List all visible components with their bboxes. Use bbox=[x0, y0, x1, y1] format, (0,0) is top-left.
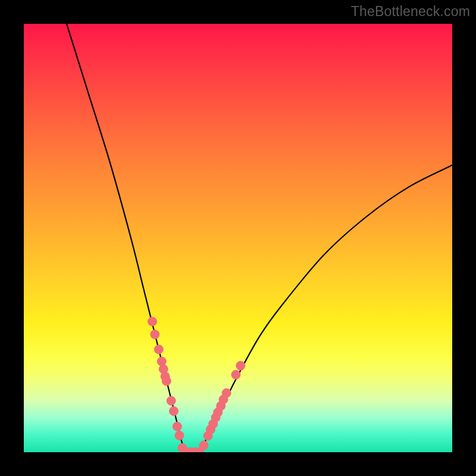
highlight-dot bbox=[199, 441, 208, 450]
curve-layer bbox=[24, 24, 452, 452]
highlight-dots bbox=[148, 317, 245, 452]
highlight-dot bbox=[154, 345, 163, 354]
bottleneck-curve bbox=[67, 24, 452, 452]
highlight-dot bbox=[236, 361, 245, 370]
highlight-dot bbox=[173, 422, 181, 431]
highlight-dot bbox=[151, 330, 159, 339]
highlight-dot bbox=[222, 389, 231, 397]
watermark-text: TheBottleneck.com bbox=[351, 4, 470, 20]
highlight-dot bbox=[167, 396, 176, 405]
highlight-dot bbox=[175, 431, 184, 440]
highlight-dot bbox=[157, 357, 166, 366]
highlight-dot bbox=[170, 406, 178, 415]
highlight-dot bbox=[148, 317, 157, 326]
highlight-dot bbox=[162, 377, 171, 386]
chart-root: TheBottleneck.com bbox=[0, 0, 476, 476]
plot-area bbox=[24, 24, 452, 452]
highlight-dot bbox=[231, 370, 240, 379]
